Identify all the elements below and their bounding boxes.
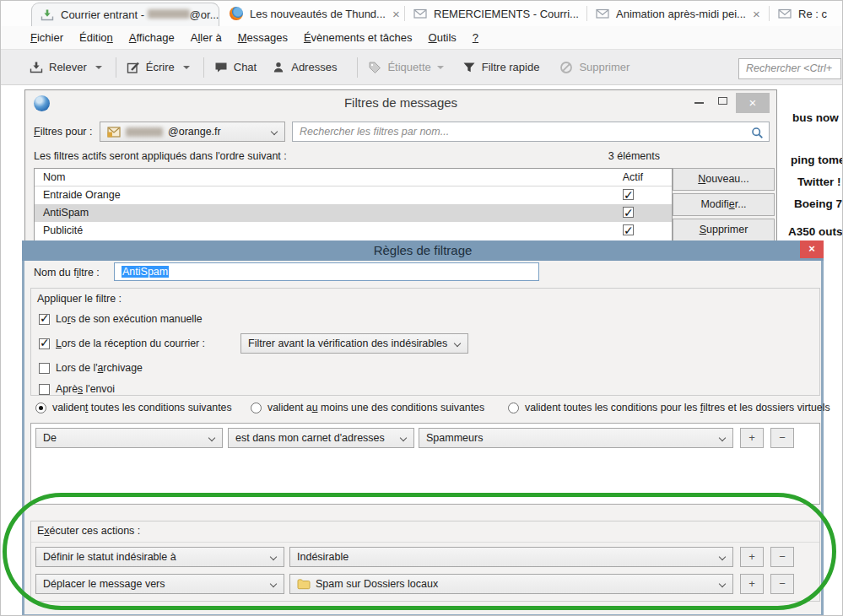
action-value-select-2[interactable]: Spam sur Dossiers locaux <box>289 574 733 594</box>
active-checkbox[interactable] <box>623 207 634 218</box>
filtre-rapide-button[interactable]: Filtre rapide <box>462 61 540 74</box>
condition-value-select[interactable]: Spammeurs <box>419 428 733 448</box>
receive-mode-select[interactable]: Filtrer avant la vérification des indési… <box>240 333 468 354</box>
filter-name-label: Nom du filtre : <box>34 267 100 278</box>
tab-bar: Courrier entrant - @or... Les nouveautés… <box>1 1 843 26</box>
condition-field-select[interactable]: De <box>35 428 223 448</box>
minimize-icon[interactable] <box>694 102 704 104</box>
remove-condition-button[interactable]: − <box>770 428 794 448</box>
column-nom[interactable]: Nom <box>35 171 65 183</box>
close-icon[interactable]: × <box>392 8 400 20</box>
thunderbird-window: si nt bus now ping tome Twitter ! Boeing… <box>0 0 843 616</box>
table-row[interactable]: Publicité <box>35 222 672 240</box>
table-row[interactable]: Entraide Orange <box>35 186 672 204</box>
filter-name-input[interactable]: AntiSpam <box>114 262 539 281</box>
tag-icon <box>368 61 381 74</box>
filter-search-input[interactable]: Rechercher les filtres par nom... <box>292 122 770 142</box>
action-value-select-1[interactable]: Indésirable <box>289 547 733 567</box>
chevron-down-icon <box>719 581 726 587</box>
chat-button[interactable]: Chat <box>214 61 257 74</box>
adresses-button[interactable]: Adresses <box>272 61 337 74</box>
tab-remerciements[interactable]: REMERCIEMENTS - Courri... × <box>405 1 586 26</box>
envelope-icon <box>413 7 427 20</box>
toolbar-separator <box>203 57 204 78</box>
chat-icon <box>214 61 228 74</box>
dialog-title: Règles de filtrage <box>22 240 824 261</box>
tab-label: Re : c <box>798 8 827 20</box>
checkbox-on-archive[interactable]: Lors de l'archivage <box>39 362 143 374</box>
column-actif[interactable]: Actif <box>623 169 643 186</box>
radio-match-all[interactable]: valident toutes les conditions suivantes <box>35 402 232 413</box>
supprimer-button[interactable]: Supprimer <box>559 61 630 74</box>
checkbox-on-receive[interactable]: Lors de la réception du courrier : <box>39 338 205 349</box>
envelope-icon <box>596 7 609 20</box>
checkbox-icon <box>39 338 50 349</box>
close-icon[interactable]: × <box>753 8 760 20</box>
remove-action-button[interactable]: − <box>770 547 794 567</box>
remove-action-button[interactable]: − <box>770 574 794 594</box>
toolbar-separator <box>116 57 116 78</box>
address-book-icon <box>272 61 285 74</box>
table-row[interactable]: AntiSpam <box>35 204 672 222</box>
tab-courrier-entrant[interactable]: Courrier entrant - @or... <box>31 3 219 26</box>
tab-re[interactable]: Re : c <box>770 1 843 26</box>
checkbox-icon <box>39 384 50 395</box>
close-button[interactable]: × <box>800 240 824 258</box>
selected-text: AntiSpam <box>122 266 169 278</box>
add-action-button[interactable]: + <box>740 574 764 594</box>
checkbox-after-send[interactable]: Après l'envoi <box>39 383 115 395</box>
no-entry-icon <box>559 61 573 74</box>
radio-icon <box>251 403 262 413</box>
ecrire-button[interactable]: Écrire <box>127 61 175 74</box>
etiquette-button[interactable]: Étiquette <box>368 61 443 74</box>
tab-animation-apres-midi[interactable]: Animation après-midi pei... × <box>587 1 768 26</box>
menu-aide[interactable]: ? <box>473 31 478 44</box>
global-search-input[interactable]: Rechercher <Ctrl+ <box>738 58 841 79</box>
relever-button[interactable]: Relever <box>30 61 87 74</box>
radio-icon <box>35 403 46 413</box>
new-filter-button[interactable]: Nouveau... <box>673 168 775 191</box>
separator <box>31 542 819 543</box>
ecrire-dropdown[interactable] <box>183 66 190 69</box>
condition-operator-select[interactable]: est dans mon carnet d'adresses <box>228 428 414 448</box>
chevron-down-icon <box>271 128 278 135</box>
action-type-select-1[interactable]: Définir le statut indésirable à <box>35 547 284 567</box>
radio-match-all-virtual[interactable]: valident toutes les conditions pour les … <box>508 402 830 413</box>
add-condition-button[interactable]: + <box>740 428 764 448</box>
dialog-title: Filtres de messages <box>25 90 776 117</box>
get-messages-icon <box>30 61 43 74</box>
menu-evenements-taches[interactable]: Évènements et tâches <box>304 31 413 44</box>
menu-affichage[interactable]: Affichage <box>129 31 175 44</box>
chevron-down-icon <box>437 66 444 69</box>
menu-messages[interactable]: Messages <box>238 31 288 44</box>
close-button[interactable]: × <box>736 93 770 113</box>
menu-aller-a[interactable]: Aller à <box>191 31 222 44</box>
maximize-icon[interactable] <box>718 97 727 105</box>
inbox-icon <box>41 8 54 22</box>
envelope-icon <box>778 7 792 20</box>
account-select[interactable]: @orange.fr <box>100 122 285 142</box>
chevron-down-icon <box>183 66 190 69</box>
menu-edition[interactable]: Édition <box>79 31 113 44</box>
actions-label: Exécuter ces actions : <box>37 525 140 537</box>
chevron-down-icon <box>95 66 102 69</box>
background-message-snippet: bus now <box>792 111 839 124</box>
background-message-snippet: Twitter ! <box>797 176 841 188</box>
add-action-button[interactable]: + <box>740 547 764 567</box>
tab-label: REMERCIEMENTS - Courri... <box>434 8 579 20</box>
radio-match-any[interactable]: valident au moins une des conditions sui… <box>251 402 484 413</box>
active-checkbox[interactable] <box>623 189 634 200</box>
menu-fichier[interactable]: Fichier <box>30 31 63 44</box>
edit-filter-button[interactable]: Modifier... <box>673 193 775 216</box>
chevron-down-icon <box>719 435 726 441</box>
chevron-down-icon <box>719 554 726 560</box>
tab-label: Les nouveautés de Thund... <box>250 8 386 20</box>
main-toolbar: Relever Écrire Chat Adresses Étiquette F… <box>1 49 843 85</box>
delete-filter-button[interactable]: Supprimer <box>673 219 775 241</box>
checkbox-manual-run[interactable]: Lors de son exécution manuelle <box>39 313 203 325</box>
menu-outils[interactable]: Outils <box>429 31 457 44</box>
active-checkbox[interactable] <box>623 224 634 235</box>
tab-nouveautes-thunderbird[interactable]: Les nouveautés de Thund... × <box>221 1 403 26</box>
action-type-select-2[interactable]: Déplacer le message vers <box>35 574 284 594</box>
relever-dropdown[interactable] <box>95 66 102 69</box>
